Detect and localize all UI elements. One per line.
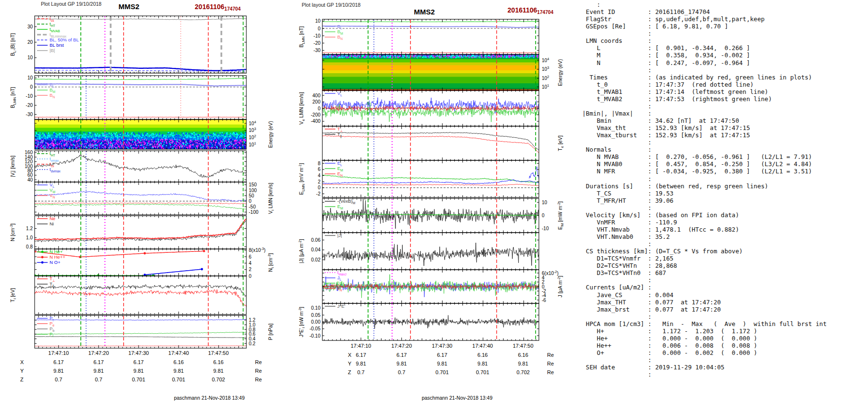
y-tick-label: 10 [542,200,548,205]
panel-border [322,19,539,54]
ephemeris-value: 0.702 [516,369,530,375]
time-tick-label: 17:47:30 [432,343,452,349]
y-tick-label: 0.02 [311,257,321,262]
ephemeris-value: 6.16 [477,352,487,358]
series-B_L [322,26,539,27]
y-tick-label: 101 [249,141,256,147]
ephemeris-value: 6.17 [356,352,366,358]
series-N_O+ [145,269,202,275]
panel-b-lmn: 100-10-20-30BLMN [nT]BLBMBN [298,18,539,54]
legend-item: VN [37,193,55,199]
ephemeris-value: 9.81 [477,361,487,366]
y-tick-label: 0 [249,198,252,204]
series-E_L [322,180,539,184]
ephemeris-row-label: X [20,359,24,365]
panel-minor-ions: 8(x10-3)6420Ni [cm-3]N He+N He++N O+ [34,247,275,278]
legend-item: T⊥ [325,126,343,132]
panel-e-lmn: 86420-2ELMN [mV m-1]ELEMEN [298,160,539,197]
ephemeris-value: 0.7 [95,377,102,382]
y-tick-label: 0 [542,213,545,218]
figure-footer: paschmann 21-Nov-2018 13:49 [421,395,492,401]
ephemeris-value: 9.81 [518,361,528,366]
time-tick-label: 17:47:30 [128,350,149,356]
legend-item: |B| [37,48,55,53]
right-axis-label: J [µA m-2] [557,275,563,297]
ephemeris-value: 0.701 [172,377,185,382]
ephemeris-unit: Re [547,369,554,375]
y-tick-label: 1.0 [26,235,33,240]
ephemeris-unit: Re [255,377,262,382]
y-tick-label: 1.2 [26,226,33,231]
panel-j-lmn: 6(x10-2)420-2-4-6J [µA m-2]tmaxJJLJMJN [322,270,563,304]
ephemeris-unit: Re [547,361,554,366]
panel-ve-lmn: 4002000-200-400Ve LMN [km/s]VL [298,91,539,126]
y-axis-label: Ti [eV] [10,288,17,302]
y-tick-label: -2 [316,191,320,196]
ephemeris-value: 9.81 [173,368,183,374]
ephemeris-value: 6.17 [396,352,407,358]
y-tick-label: 2 [249,267,252,272]
legend-item: tvmax [37,156,59,162]
y-tick-label: 101 [542,83,549,90]
ephemeris-row-label: X [348,352,352,358]
ephemeris-value: 6.17 [133,359,143,365]
y-tick-label: 0 [249,274,252,279]
data-point [201,268,203,271]
y-tick-label: 4 [249,261,252,266]
series-T_perp [35,289,246,307]
series-|J| [322,243,539,266]
spectro-band [35,128,246,131]
spectro-band [322,65,539,71]
series-V_N [35,203,246,204]
y-tick-label: 6 [318,167,320,172]
series-B_L [35,84,246,86]
legend-item: tcs [37,16,54,22]
y-tick-label: 0.06 [311,237,321,243]
legend-item: tMVAB [37,26,60,33]
data-point [203,250,205,252]
panel-density: 1.21.00.8N [cm-3]NeNi [9,216,246,249]
y-tick-label: 0 [318,26,320,31]
y-tick-label: 0.2 [249,341,255,346]
panel-border [35,249,246,276]
y-tick-label: 100 [249,188,257,193]
y-tick-label: 0.05 [311,313,321,318]
time-tick-label: 17:47:20 [88,350,109,356]
right-axis-label: Te [eV] [557,135,564,151]
y-tick-label: -10 [26,93,33,99]
y-tick-label: 103 [249,127,256,133]
y-tick-label: 0.00 [311,319,321,325]
y-tick-label: 0.10 [311,305,321,311]
y-tick-label: -0.10 [309,333,320,339]
ephemeris-value: 0.702 [212,377,225,382]
panel-bl-bmag: 302010BL,|B| [nT]tcstHTtMVABtBLminmaxBL,… [10,16,246,73]
series-|V_i| [35,155,246,178]
ephemeris-value: 6.17 [93,359,103,365]
legend-item: |J| [325,233,342,238]
time-tick-label: 17:47:50 [513,343,534,349]
legend-item: tdvmax [37,167,61,173]
y-tick-label: 200 [312,99,320,105]
legend-item: VL [325,91,342,97]
ephemeris-value: 6.16 [518,352,528,358]
y-tick-label: -50 [249,204,256,209]
ephemeris-value: 0.7 [357,369,364,375]
ephemeris-value: 9.81 [53,368,64,374]
y-axis-label: N [cm-3] [9,223,15,241]
y-tick-label: -10 [542,226,549,231]
right-axis-label: Ni [cm-3] [267,253,275,272]
y-tick-label: 400 [312,93,320,98]
y-axis-label: |Vi| [km/s] [10,156,17,177]
y-tick-label: 0.8 [26,244,33,249]
y-tick-label: -400 [311,118,320,124]
legend-label: Ne [50,216,55,221]
series-P_e [35,346,246,346]
right-axis-label: Vi LMN [km/s] [268,183,275,214]
y-tick-label: -10 [314,33,321,39]
right-axis-label: Energy (eV) [268,121,273,148]
ephemeris-row-label: Z [348,369,351,375]
ephemeris-value: 0.7 [398,369,405,375]
legend-label: Ni [50,221,54,226]
legend-label: |B| [50,48,55,53]
series-Ne [35,219,246,239]
